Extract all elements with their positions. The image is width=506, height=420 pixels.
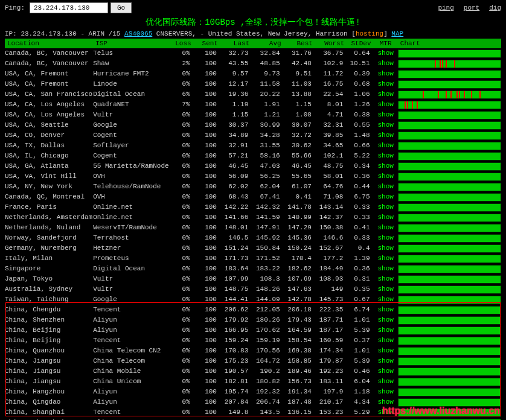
isp-cell: Aliyun	[93, 397, 169, 407]
sent-cell: 100	[194, 223, 220, 233]
mtr-show-link[interactable]: show	[377, 255, 393, 262]
mtr-show-link[interactable]: show	[377, 378, 393, 385]
nav-dig[interactable]: dig	[489, 4, 501, 11]
mtr-show-link[interactable]: show	[377, 173, 393, 180]
avg-cell: 144.09	[252, 294, 283, 305]
mtr-show-link[interactable]: show	[377, 121, 393, 129]
mtr-show-link[interactable]: show	[377, 203, 393, 211]
worst-cell: 146.6	[315, 233, 347, 243]
chart-cell	[398, 223, 501, 233]
mtr-show-link[interactable]: show	[377, 142, 393, 149]
mtr-show-link[interactable]: show	[377, 347, 393, 354]
chart-bar	[398, 285, 501, 294]
last-cell: 190.57	[220, 366, 252, 377]
sent-cell: 100	[194, 397, 220, 407]
loss-tick	[471, 91, 472, 98]
nav-ping[interactable]: ping	[438, 4, 453, 11]
loss-cell: 0%	[169, 336, 193, 346]
mtr-show-link[interactable]: show	[377, 183, 393, 190]
mtr-show-link[interactable]: show	[377, 388, 393, 395]
stdev-cell: 0.68	[347, 79, 373, 89]
worst-cell: 108.93	[315, 274, 347, 284]
mtr-show-link[interactable]: show	[377, 265, 393, 272]
mtr-show-link[interactable]: show	[377, 285, 393, 293]
table-row: Japan, TokyoVultr0%100107.99108.3107.691…	[5, 274, 501, 284]
chart-bar	[398, 357, 501, 366]
mtr-show-link[interactable]: show	[377, 80, 393, 88]
go-button[interactable]: Go	[110, 2, 132, 13]
mtr-show-link[interactable]: show	[377, 49, 393, 57]
stdev-cell: 0.44	[347, 182, 373, 192]
loss-tick	[438, 91, 439, 98]
mtr-show-link[interactable]: show	[377, 326, 393, 334]
isp-cell: Hetzner	[93, 243, 169, 253]
nav-port[interactable]: port	[464, 4, 479, 11]
avg-cell: 30.99	[252, 120, 283, 130]
mtr-show-link[interactable]: show	[377, 296, 393, 303]
mtr-show-link[interactable]: show	[377, 244, 393, 252]
location-cell: USA, CA, Los Angeles	[5, 110, 93, 120]
avg-cell: 183.22	[252, 264, 283, 274]
loss-cell: 0%	[169, 223, 193, 233]
mtr-show-link[interactable]: show	[377, 234, 393, 241]
location-cell: USA, CA, Seattle	[5, 120, 93, 130]
mtr-show-link[interactable]: show	[377, 111, 393, 118]
chart-cell	[398, 171, 501, 182]
loss-tick	[459, 91, 460, 98]
mtr-show-link[interactable]: show	[377, 275, 393, 282]
table-row: SingaporeDigital Ocean0%100183.64183.221…	[5, 264, 501, 274]
sent-cell: 100	[194, 264, 220, 274]
location-cell: USA, VA, Vint Hill	[5, 171, 93, 182]
mtr-show-link[interactable]: show	[377, 306, 393, 313]
mtr-show-link[interactable]: show	[377, 91, 393, 98]
chart-bar	[398, 347, 501, 355]
chart-bar	[398, 49, 501, 58]
best-cell: 147.29	[284, 223, 315, 233]
best-cell: 158.85	[284, 356, 315, 366]
mtr-show-link[interactable]: show	[377, 337, 393, 344]
mtr-show-link[interactable]: show	[377, 162, 393, 170]
mtr-show-link[interactable]: show	[377, 224, 393, 231]
loss-tick	[446, 91, 447, 98]
best-cell: 189.46	[284, 366, 315, 377]
chart-bar	[398, 132, 501, 140]
mtr-show-link[interactable]: show	[377, 101, 393, 108]
sent-cell: 100	[194, 141, 220, 151]
mtr-show-link[interactable]: show	[377, 193, 393, 200]
mtr-cell: show	[374, 110, 398, 120]
mtr-show-link[interactable]: show	[377, 214, 393, 221]
mtr-cell: show	[374, 48, 398, 59]
mtr-show-link[interactable]: show	[377, 357, 393, 364]
mtr-show-link[interactable]: show	[377, 398, 393, 406]
worst-cell: 179.87	[315, 356, 347, 366]
best-cell: 164.59	[284, 325, 315, 336]
mtr-show-link[interactable]: show	[377, 409, 393, 416]
best-cell: 1.15	[284, 100, 315, 110]
mtr-show-link[interactable]: show	[377, 132, 393, 139]
mtr-cell: show	[374, 356, 398, 366]
worst-cell: 145.73	[315, 294, 347, 305]
worst-cell: 184.49	[315, 264, 347, 274]
mtr-show-link[interactable]: show	[377, 316, 393, 323]
stdev-cell: 0.33	[347, 212, 373, 223]
last-cell: 166.95	[220, 325, 252, 336]
isp-cell: Digital Ocean	[93, 264, 169, 274]
ip-input[interactable]	[30, 2, 108, 13]
mtr-show-link[interactable]: show	[377, 70, 393, 77]
location-cell: China, Shenzhen	[5, 315, 93, 325]
hosting-label: hosting	[356, 30, 383, 37]
table-row: USA, CA, Los AngelesQuadraNET7%1001.191.…	[5, 100, 501, 110]
isp-cell: Softlayer	[93, 141, 169, 151]
stdev-cell: 0.67	[347, 294, 373, 305]
loss-cell: 0%	[169, 161, 193, 171]
best-cell: 140.99	[284, 212, 315, 223]
worst-cell: 4.71	[315, 110, 347, 120]
mtr-show-link[interactable]: show	[377, 60, 393, 67]
as-link[interactable]: AS40065	[124, 30, 152, 37]
chart-bar	[398, 378, 501, 386]
mtr-show-link[interactable]: show	[377, 368, 393, 375]
map-link[interactable]: MAP	[391, 30, 403, 37]
last-cell: 148.01	[220, 223, 252, 233]
mtr-show-link[interactable]: show	[377, 152, 393, 159]
sent-cell: 100	[194, 233, 220, 243]
